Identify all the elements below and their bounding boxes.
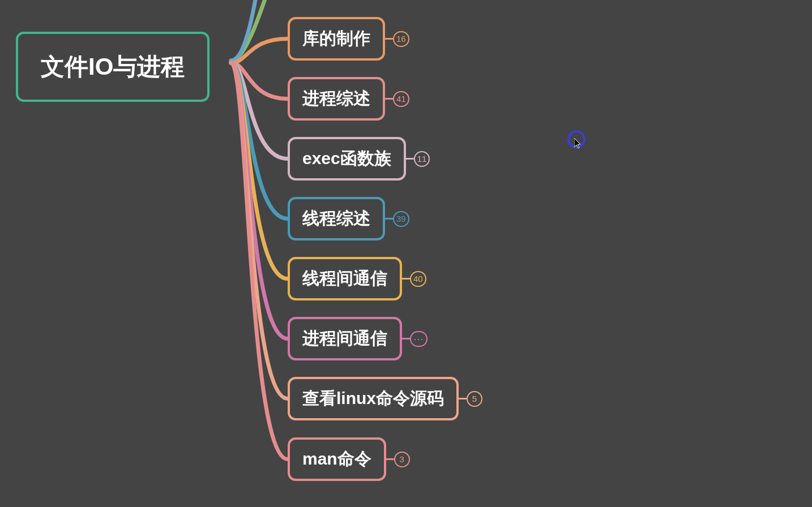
badge-value: 5 [472,394,477,403]
connector [231,63,288,399]
child-label: man命令 [302,449,371,468]
child-node[interactable]: exec函数族 [288,137,406,181]
badge-value: 39 [396,214,406,224]
mindmap-canvas[interactable]: 文件IO与进程库的制作进程综述exec函数族线程综述线程间通信进程间通信查看li… [0,0,812,507]
badge-value: 40 [413,274,423,283]
count-badge[interactable]: 11 [414,151,430,167]
count-badge[interactable]: 39 [393,211,409,227]
badge-value: 11 [417,154,427,164]
count-badge[interactable]: 41 [393,91,409,107]
child-label: 进程综述 [302,89,370,108]
child-label: exec函数族 [302,149,391,167]
child-label: 库的制作 [302,29,370,48]
child-node[interactable]: 进程间通信 [288,317,402,360]
connector [231,63,288,339]
collapse-badge[interactable]: ⋯ [410,331,428,347]
child-node[interactable]: 查看linux命令源码 [288,377,459,420]
connector [231,63,288,99]
child-label: 查看linux命令源码 [302,389,444,407]
badge-value: 3 [400,454,404,464]
child-node[interactable]: 库的制作 [288,17,385,61]
root-label: 文件IO与进程 [41,53,185,80]
root-node[interactable]: 文件IO与进程 [16,32,210,102]
child-node[interactable]: man命令 [288,437,386,481]
connector [231,63,288,159]
cursor-arrow-icon [574,138,583,149]
child-label: 进程间通信 [302,329,387,347]
count-badge[interactable]: 16 [393,31,409,47]
connector [231,39,288,63]
child-node[interactable]: 线程间通信 [288,257,402,300]
count-badge[interactable]: 3 [394,452,410,467]
connector [231,63,288,219]
child-node[interactable]: 线程综述 [288,197,385,240]
count-badge[interactable]: 40 [410,271,426,287]
connector [231,63,288,459]
badge-value: 41 [396,94,406,104]
badge-value: 16 [396,34,406,44]
child-label: 线程间通信 [302,269,387,287]
child-label: 线程综述 [302,209,370,227]
count-badge[interactable]: 5 [467,391,482,407]
connector [231,63,288,279]
child-node[interactable]: 进程综述 [288,77,385,121]
